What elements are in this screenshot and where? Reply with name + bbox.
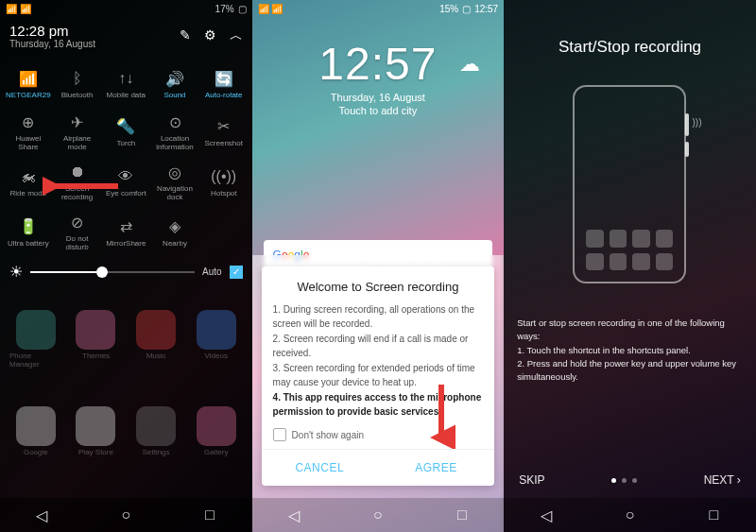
tile-label: Screenshot — [205, 139, 243, 147]
tile-label: Torch — [117, 139, 136, 147]
app-phone-manager[interactable]: Phone Manager — [9, 310, 62, 399]
tile-label: Auto-rotate — [205, 91, 243, 99]
app-label: Gallery — [204, 448, 228, 456]
qs-tile-sound[interactable]: 🔊Sound — [150, 61, 199, 107]
tile-icon: ◈ — [165, 217, 184, 236]
skip-button[interactable]: SKIP — [519, 473, 544, 487]
app-music[interactable]: Music — [129, 310, 182, 399]
qs-tile-nearby[interactable]: ◈Nearby — [150, 207, 199, 257]
phone-illustration: ))) — [573, 85, 686, 283]
qs-tile-location-information[interactable]: ⊙Location information — [150, 107, 199, 157]
tile-icon: ⏺ — [68, 163, 87, 181]
status-bar: 📶 📶 17% ▢ — [0, 0, 252, 17]
qs-tile-ultra-battery[interactable]: 🔋Ultra battery — [4, 207, 53, 257]
app-label: Phone Manager — [9, 352, 62, 369]
tile-label: Bluetooth — [61, 91, 94, 99]
next-button[interactable]: NEXT › — [704, 473, 741, 487]
app-videos[interactable]: Videos — [190, 310, 243, 399]
recent-icon[interactable]: □ — [705, 506, 722, 523]
quick-settings-grid: 📶NETGEAR29ᛒBluetooth↑↓Mobile data🔊Sound🔄… — [0, 61, 252, 257]
tile-label: Sound — [163, 91, 185, 99]
tile-icon: ↑↓ — [116, 69, 135, 88]
status-time: 12:57 — [474, 4, 498, 14]
instr-step1: 1. Touch the shortcut in the shortcuts p… — [517, 344, 743, 357]
tutorial-nav: SKIP NEXT › — [504, 473, 756, 487]
qs-tile-screenshot[interactable]: ✂Screenshot — [199, 107, 249, 157]
tile-icon: ⊕ — [19, 112, 38, 131]
qs-tile-ride-mode[interactable]: 🏍Ride mode — [4, 157, 53, 207]
lock-clock: 12:57 Thursday, 16 August Touch to add c… — [252, 38, 505, 116]
app-label: Google — [24, 448, 48, 456]
app-icon — [16, 406, 56, 446]
tile-icon: 👁 — [116, 167, 135, 186]
app-icon — [197, 310, 236, 350]
tile-icon: ✈ — [68, 112, 87, 131]
home-apps-dimmed: Phone ManagerThemesMusicVideosGooglePlay… — [0, 302, 252, 494]
app-label: Music — [146, 352, 166, 360]
qs-tile-airplane-mode[interactable]: ✈Airplane mode — [53, 107, 102, 157]
qs-tile-torch[interactable]: 🔦Torch — [101, 107, 150, 157]
back-icon[interactable]: ◁ — [33, 506, 50, 523]
panel-header: 12:28 pm Thursday, 16 August ✎ ⚙ ︿ — [0, 19, 252, 53]
agree-button[interactable]: AGREE — [378, 450, 494, 486]
app-icon — [76, 406, 115, 446]
tile-icon: ◎ — [165, 163, 184, 181]
collapse-icon[interactable]: ︿ — [230, 27, 243, 44]
clock-city[interactable]: Touch to add city — [252, 105, 505, 116]
nav-bar: ◁ ○ □ — [252, 498, 505, 532]
tile-icon: 🔄 — [215, 69, 233, 88]
tutorial-title: Start/Stop recording — [504, 38, 756, 57]
gear-icon[interactable]: ⚙ — [204, 27, 216, 44]
home-icon[interactable]: ○ — [621, 506, 638, 523]
tile-label: Eye comfort — [106, 189, 146, 197]
dialog-p3: 3. Screen recording for extended periods… — [273, 362, 484, 389]
app-icon — [136, 406, 176, 446]
brightness-slider[interactable] — [30, 271, 195, 273]
app-play-store[interactable]: Play Store — [70, 406, 123, 487]
app-gallery[interactable]: Gallery — [190, 406, 243, 487]
instr-intro: Start or stop screen recording in one of… — [517, 317, 743, 344]
recent-icon[interactable]: □ — [454, 506, 471, 523]
weather-icon[interactable]: ☁ — [459, 52, 480, 77]
tile-label: Screen recording — [55, 184, 100, 201]
volume-button-outline — [685, 113, 689, 136]
app-label: Themes — [82, 352, 110, 360]
tile-icon: ᛒ — [68, 69, 87, 88]
qs-tile-huawei-share[interactable]: ⊕Huawei Share — [4, 107, 53, 157]
recent-icon[interactable]: □ — [201, 506, 218, 523]
auto-label: Auto — [202, 266, 222, 277]
app-settings[interactable]: Settings — [129, 406, 182, 487]
qs-tile-auto-rotate[interactable]: 🔄Auto-rotate — [199, 61, 249, 107]
qs-tile-navigation-dock[interactable]: ◎Navigation dock — [150, 157, 199, 207]
back-icon[interactable]: ◁ — [538, 506, 555, 523]
qs-tile-do-not-disturb[interactable]: ⊘Do not disturb — [53, 207, 102, 257]
home-icon[interactable]: ○ — [117, 506, 134, 523]
qs-tile-netgear29[interactable]: 📶NETGEAR29 — [4, 61, 53, 107]
tile-icon: ✂ — [215, 117, 233, 136]
back-icon[interactable]: ◁ — [285, 506, 302, 523]
qs-tile-mirrorshare[interactable]: ⇄MirrorShare — [101, 207, 150, 257]
app-google[interactable]: Google — [9, 406, 62, 487]
auto-brightness-checkbox[interactable]: ✓ — [230, 266, 243, 279]
qs-tile-bluetooth[interactable]: ᛒBluetooth — [53, 61, 102, 107]
edit-icon[interactable]: ✎ — [180, 27, 191, 44]
tile-icon: ⊙ — [165, 112, 184, 131]
dont-show-checkbox[interactable] — [273, 428, 286, 441]
signal-icons: 📶 📶 — [258, 4, 284, 14]
dont-show-label: Don't show again — [292, 430, 364, 440]
tile-label: Location information — [152, 134, 198, 151]
home-icon[interactable]: ○ — [369, 506, 387, 523]
tile-label: Nearby — [163, 239, 187, 248]
qs-tile-mobile-data[interactable]: ↑↓Mobile data — [101, 61, 150, 107]
qs-tile-screen-recording[interactable]: ⏺Screen recording — [53, 157, 102, 207]
tile-icon: ⊘ — [68, 213, 87, 232]
app-themes[interactable]: Themes — [70, 310, 123, 399]
qs-tile-hotspot[interactable]: ((•))Hotspot — [199, 157, 249, 207]
tile-label: Navigation dock — [152, 184, 198, 201]
cancel-button[interactable]: CANCEL — [262, 450, 378, 486]
dialog-p1: 1. During screen recording, all operatio… — [273, 303, 484, 331]
status-bar: 📶 📶 15% ▢ 12:57 — [252, 0, 505, 17]
tile-label: Do not disturb — [55, 234, 100, 251]
tile-icon: 🏍 — [19, 167, 38, 186]
qs-tile-eye-comfort[interactable]: 👁Eye comfort — [101, 157, 150, 207]
